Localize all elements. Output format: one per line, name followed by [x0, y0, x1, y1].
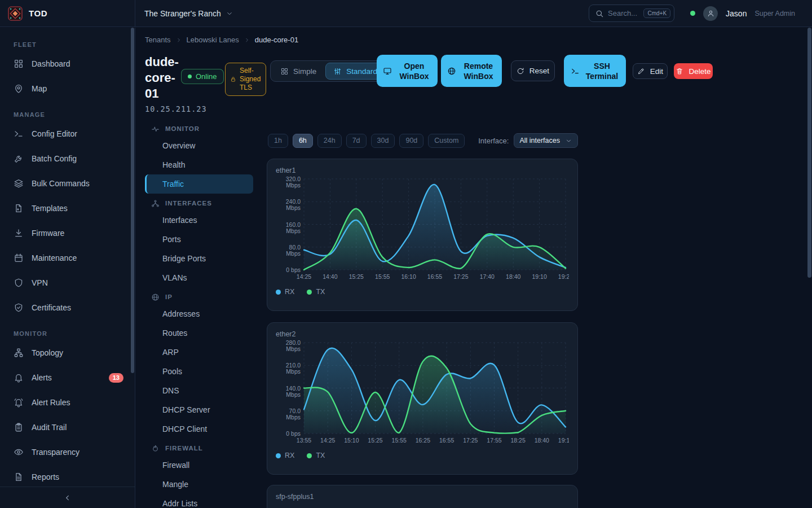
download-icon: [14, 228, 24, 238]
sidebar-item-label: VPN: [32, 278, 48, 287]
legend-label: RX: [285, 288, 294, 296]
subnav-section-monitor: MONITOROverviewHealthTraffic: [145, 121, 253, 194]
subnav-item-dhcp-server[interactable]: DHCP Server: [145, 400, 253, 419]
time-range-24h[interactable]: 24h: [317, 134, 342, 148]
sidebar-item-label: Firmware: [32, 229, 64, 238]
legend-item-rx[interactable]: RX: [276, 288, 294, 296]
grid-icon: [280, 67, 289, 76]
svg-text:Mbps: Mbps: [286, 391, 301, 398]
sidebar-item-transparency[interactable]: Transparency: [0, 440, 135, 465]
clipboard-icon: [14, 422, 24, 432]
svg-text:19:25: 19:25: [558, 273, 569, 280]
sidebar-item-label: Dashboard: [32, 59, 70, 68]
terminal-icon: [14, 129, 24, 139]
svg-text:0 bps: 0 bps: [286, 266, 301, 273]
svg-text:15:25: 15:25: [368, 437, 382, 444]
delete-button[interactable]: Delete: [674, 63, 713, 79]
sidebar-item-map[interactable]: Map: [0, 76, 135, 101]
svg-text:15:55: 15:55: [375, 273, 390, 280]
sidebar-item-templates[interactable]: Templates: [0, 196, 135, 221]
sidebar-item-topology[interactable]: Topology: [0, 340, 135, 365]
time-range-1h[interactable]: 1h: [268, 134, 288, 148]
svg-text:16:25: 16:25: [416, 437, 430, 444]
time-range-90d[interactable]: 90d: [399, 134, 423, 148]
subnav-item-overview[interactable]: Overview: [145, 136, 253, 155]
reset-button[interactable]: Reset: [511, 60, 555, 81]
subnav-item-bridge-ports[interactable]: Bridge Ports: [145, 249, 253, 268]
legend-item-rx[interactable]: RX: [276, 452, 294, 459]
search-input[interactable]: [608, 9, 639, 17]
sidebar-item-label: Certificates: [32, 303, 71, 312]
app-logo-icon: [8, 6, 23, 21]
avatar[interactable]: [703, 6, 718, 21]
chart-card-ether1: ether1320.0Mbps240.0Mbps160.0Mbps80.0Mbp…: [267, 159, 578, 311]
svg-text:17:55: 17:55: [487, 437, 501, 444]
legend-item-tx[interactable]: TX: [307, 452, 325, 459]
time-range-6h[interactable]: 6h: [293, 134, 313, 148]
sidebar-collapse-button[interactable]: [0, 487, 135, 508]
breadcrumb-item[interactable]: Tenants: [145, 36, 171, 44]
breadcrumb-item[interactable]: Lebowski Lanes: [187, 36, 239, 44]
connection-status-dot: [690, 11, 695, 16]
ssh-terminal-button[interactable]: SSH Terminal: [564, 55, 626, 87]
sidebar-item-alert-rules[interactable]: Alert Rules: [0, 390, 135, 415]
time-range-30d[interactable]: 30d: [371, 134, 395, 148]
subnav-item-dhcp-client[interactable]: DHCP Client: [145, 419, 253, 439]
remote-winbox-button[interactable]: Remote WinBox: [441, 55, 502, 87]
tenant-selector[interactable]: The Stranger's Ranch: [144, 9, 233, 18]
open-winbox-button[interactable]: Open WinBox: [377, 55, 438, 87]
calendar-icon: [14, 253, 24, 263]
subnav-item-mangle[interactable]: Mangle: [145, 475, 253, 494]
subnav-item-firewall[interactable]: Firewall: [145, 456, 253, 475]
svg-text:18:40: 18:40: [506, 273, 520, 280]
sidebar-item-firmware[interactable]: Firmware: [0, 221, 135, 246]
subnav-item-pools[interactable]: Pools: [145, 362, 253, 381]
time-range-7d[interactable]: 7d: [346, 134, 367, 148]
svg-text:Mbps: Mbps: [286, 182, 301, 189]
chart-legend: RXTX: [276, 452, 569, 459]
sidebar-item-dashboard[interactable]: Dashboard: [0, 51, 135, 76]
sidebar-item-reports[interactable]: Reports: [0, 465, 135, 489]
file-text-icon: [14, 472, 24, 482]
subnav-item-addresses[interactable]: Addresses: [145, 304, 253, 323]
pencil-icon: [637, 67, 645, 75]
page-title: dude-core-01: [145, 54, 183, 102]
subnav-item-routes[interactable]: Routes: [145, 323, 253, 343]
svg-text:Mbps: Mbps: [286, 227, 301, 234]
subnav-item-vlans[interactable]: VLANs: [145, 268, 253, 287]
sidebar-scrollbar[interactable]: [131, 28, 134, 373]
sidebar-item-vpn[interactable]: VPN: [0, 270, 135, 295]
subnav-item-ports[interactable]: Ports: [145, 230, 253, 249]
network-icon: [151, 199, 160, 208]
view-mode-simple[interactable]: Simple: [272, 63, 324, 80]
legend-item-tx[interactable]: TX: [307, 288, 325, 296]
edit-button[interactable]: Edit: [633, 63, 668, 79]
subnav-item-interfaces[interactable]: Interfaces: [145, 211, 253, 230]
content-scrollbar[interactable]: [807, 28, 811, 278]
subnav-item-traffic[interactable]: Traffic: [145, 174, 253, 194]
svg-text:15:10: 15:10: [344, 437, 359, 444]
tls-badge-label: Self-Signed TLS: [240, 67, 261, 92]
subnav-item-health[interactable]: Health: [145, 155, 253, 174]
subnav-item-arp[interactable]: ARP: [145, 343, 253, 362]
sidebar-item-alerts[interactable]: Alerts13: [0, 365, 135, 390]
sidebar-item-bulk-commands[interactable]: Bulk Commands: [0, 171, 135, 196]
sidebar-item-maintenance[interactable]: Maintenance: [0, 246, 135, 270]
wrench-icon: [14, 154, 24, 164]
search-shortcut-kbd: Cmd+K: [643, 8, 670, 18]
search-box[interactable]: Cmd+K: [589, 5, 674, 22]
status-badge-label: Online: [196, 72, 217, 81]
chart-card-sfp-sfpplus1: sfp-sfpplus1: [267, 485, 578, 508]
sidebar-item-config-editor[interactable]: Config Editor: [0, 121, 135, 146]
time-range-custom[interactable]: Custom: [428, 134, 465, 148]
sidebar-item-certificates[interactable]: Certificates: [0, 295, 135, 320]
sidebar-item-audit-trail[interactable]: Audit Trail: [0, 415, 135, 440]
legend-label: TX: [316, 452, 325, 459]
subnav-item-addr-lists[interactable]: Addr Lists: [145, 494, 253, 508]
sidebar-item-batch-config[interactable]: Batch Config: [0, 146, 135, 171]
interface-filter-select[interactable]: All interfaces: [514, 133, 578, 148]
svg-text:Mbps: Mbps: [286, 414, 301, 421]
svg-text:18:25: 18:25: [510, 437, 525, 444]
subnav-item-dns[interactable]: DNS: [145, 381, 253, 400]
user-name: Jason: [726, 9, 747, 18]
